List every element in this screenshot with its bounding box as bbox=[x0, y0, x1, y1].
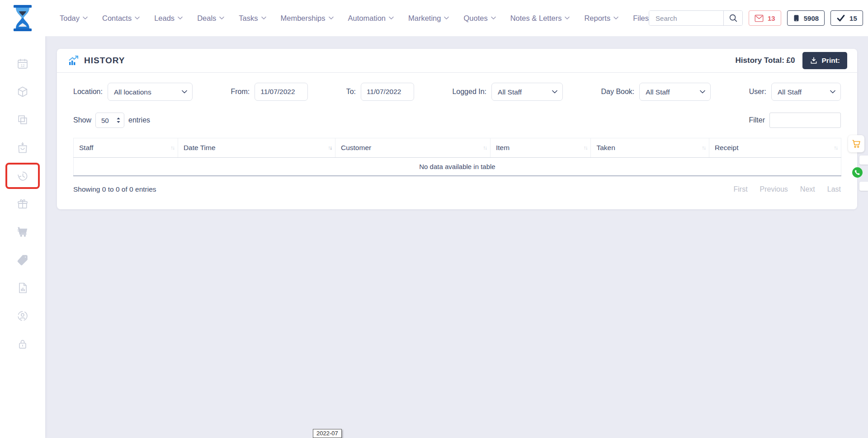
sidebar-item-pos[interactable] bbox=[0, 218, 45, 246]
nav-files[interactable]: Files bbox=[633, 14, 649, 23]
filters-row: Location: All locations From: To: Logged… bbox=[57, 73, 857, 101]
search-button[interactable] bbox=[723, 11, 742, 25]
day-book-select[interactable]: All Staff bbox=[639, 83, 711, 101]
history-table: Staff↑↓ Date Time↑↓ Customer↑↓ Item↑↓ Ta… bbox=[73, 138, 841, 176]
pagination-previous[interactable]: Previous bbox=[760, 185, 788, 193]
column-header-taken[interactable]: Taken↑↓ bbox=[591, 138, 709, 158]
sidebar-item-admin[interactable] bbox=[0, 330, 45, 358]
filter-label: Filter bbox=[749, 116, 765, 124]
table-header-row: Staff↑↓ Date Time↑↓ Customer↑↓ Item↑↓ Ta… bbox=[74, 138, 841, 158]
nav-deals[interactable]: Deals bbox=[197, 14, 224, 23]
user-select[interactable]: All Staff bbox=[771, 83, 841, 101]
chevron-down-icon bbox=[491, 16, 496, 20]
sort-icons: ↑↓ bbox=[702, 145, 705, 151]
filter-user: User: All Staff bbox=[749, 83, 841, 101]
from-label: From: bbox=[231, 88, 250, 96]
location-label: Location: bbox=[73, 88, 103, 96]
chevron-down-icon bbox=[565, 16, 570, 20]
phone-icon bbox=[793, 13, 800, 23]
column-header-receipt[interactable]: Receipt↑↓ bbox=[709, 138, 841, 158]
history-total: History Total: £0 bbox=[736, 56, 795, 65]
table-footer: Showing 0 to 0 of 0 entries First Previo… bbox=[57, 176, 857, 203]
cube-icon bbox=[16, 85, 29, 98]
page-length-select[interactable]: 50 bbox=[95, 113, 124, 128]
floating-chat-button[interactable] bbox=[852, 167, 863, 178]
messages-badge[interactable]: 13 bbox=[749, 10, 781, 26]
logged-in-select[interactable]: All Staff bbox=[491, 83, 563, 101]
bag-download-icon bbox=[16, 141, 29, 154]
nav-label: Deals bbox=[197, 14, 216, 23]
nav-contacts[interactable]: Contacts bbox=[102, 14, 140, 23]
entries-label: entries bbox=[128, 116, 150, 124]
sidebar-item-stock[interactable] bbox=[0, 106, 45, 134]
sidebar-item-orders[interactable] bbox=[0, 134, 45, 162]
column-label: Date Time bbox=[184, 144, 216, 151]
app-logo[interactable] bbox=[0, 5, 45, 31]
chevron-down-icon bbox=[329, 16, 334, 20]
page-title: HISTORY bbox=[84, 56, 125, 66]
sidebar-item-pricing[interactable]: $ bbox=[0, 246, 45, 274]
table-filter-input[interactable] bbox=[769, 113, 841, 128]
sidebar-item-products[interactable] bbox=[0, 78, 45, 106]
sidebar-item-calendar[interactable]: 12 bbox=[0, 50, 45, 78]
nav-label: Notes & Letters bbox=[510, 14, 562, 23]
nav-tasks[interactable]: Tasks bbox=[239, 14, 266, 23]
sort-icons: ↑↓ bbox=[483, 145, 486, 151]
from-date-input[interactable] bbox=[255, 83, 308, 101]
nav-label: Leads bbox=[154, 14, 175, 23]
panel-title: HISTORY bbox=[68, 55, 125, 66]
calls-badge[interactable]: 5908 bbox=[787, 10, 825, 26]
floating-panel-edge[interactable] bbox=[859, 155, 868, 165]
to-date-input[interactable] bbox=[361, 83, 414, 101]
pagination-next[interactable]: Next bbox=[800, 185, 815, 193]
floating-panel-edge[interactable] bbox=[859, 182, 868, 191]
cart-icon bbox=[16, 226, 29, 238]
location-select[interactable]: All locations bbox=[108, 83, 193, 101]
print-button[interactable]: Print: bbox=[802, 52, 847, 69]
svg-text:12: 12 bbox=[20, 64, 25, 68]
column-label: Customer bbox=[341, 144, 371, 151]
nav-quotes[interactable]: Quotes bbox=[463, 14, 495, 23]
table-filter: Filter bbox=[749, 113, 841, 128]
nav-leads[interactable]: Leads bbox=[154, 14, 183, 23]
pagination: First Previous Next Last bbox=[733, 185, 841, 193]
overlapping-squares-icon bbox=[16, 113, 29, 126]
filter-to: To: bbox=[346, 83, 414, 101]
filter-day-book: Day Book: All Staff bbox=[601, 83, 711, 101]
nav-label: Reports bbox=[584, 14, 610, 23]
floating-cart-button[interactable] bbox=[848, 135, 864, 152]
empty-message: No data available in table bbox=[74, 158, 841, 176]
sort-icons: ↑↓ bbox=[170, 145, 174, 151]
nav-label: Today bbox=[60, 14, 80, 23]
check-icon bbox=[836, 14, 845, 22]
pagination-last[interactable]: Last bbox=[827, 185, 841, 193]
column-header-customer[interactable]: Customer↑↓ bbox=[335, 138, 491, 158]
length-control: Show 50 entries bbox=[73, 113, 150, 128]
sidebar-item-reports[interactable] bbox=[0, 274, 45, 302]
topbar-right-cluster: 13 5908 15 ? LONDON SUPPORT bbox=[649, 9, 868, 27]
sidebar-item-history[interactable] bbox=[0, 162, 45, 190]
column-header-date-time[interactable]: Date Time↑↓ bbox=[178, 138, 335, 158]
nav-today[interactable]: Today bbox=[60, 14, 88, 23]
sidebar-item-account[interactable] bbox=[0, 302, 45, 330]
lock-icon bbox=[16, 338, 29, 350]
pagination-first[interactable]: First bbox=[733, 185, 747, 193]
nav-notes-letters[interactable]: Notes & Letters bbox=[510, 14, 570, 23]
nav-memberships[interactable]: Memberships bbox=[281, 14, 334, 23]
tasks-count: 15 bbox=[849, 14, 857, 22]
main-nav: Today Contacts Leads Deals Tasks Members… bbox=[60, 14, 649, 23]
nav-marketing[interactable]: Marketing bbox=[408, 14, 449, 23]
column-header-staff[interactable]: Staff↑↓ bbox=[74, 138, 178, 158]
day-book-label: Day Book: bbox=[601, 88, 635, 96]
nav-reports[interactable]: Reports bbox=[584, 14, 618, 23]
sidebar-item-gift-vouchers[interactable] bbox=[0, 190, 45, 218]
column-header-item[interactable]: Item↑↓ bbox=[490, 138, 590, 158]
search-input[interactable] bbox=[649, 11, 723, 25]
show-label: Show bbox=[73, 116, 91, 124]
column-label: Taken bbox=[596, 144, 615, 151]
nav-label: Contacts bbox=[102, 14, 132, 23]
tasks-badge[interactable]: 15 bbox=[830, 10, 863, 26]
chart-trend-icon bbox=[68, 55, 79, 66]
calls-count: 5908 bbox=[804, 14, 819, 22]
nav-automation[interactable]: Automation bbox=[348, 14, 394, 23]
